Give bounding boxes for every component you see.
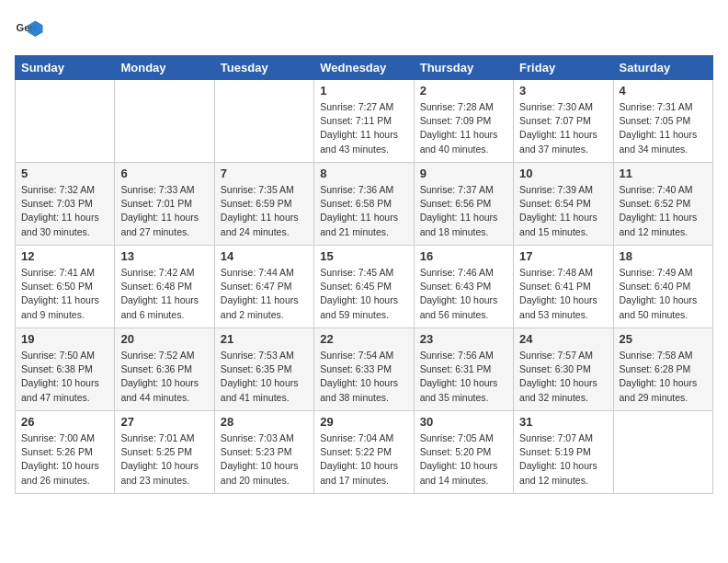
weekday-header-sunday: Sunday	[16, 56, 115, 80]
day-info: Sunrise: 7:53 AM Sunset: 6:35 PM Dayligh…	[221, 349, 308, 405]
calendar-cell: 30Sunrise: 7:05 AM Sunset: 5:20 PM Dayli…	[414, 411, 513, 494]
calendar-cell: 27Sunrise: 7:01 AM Sunset: 5:25 PM Dayli…	[115, 411, 214, 494]
calendar-cell: 18Sunrise: 7:49 AM Sunset: 6:40 PM Dayli…	[613, 246, 712, 328]
day-info: Sunrise: 7:07 AM Sunset: 5:19 PM Dayligh…	[519, 431, 607, 488]
calendar-cell: 29Sunrise: 7:04 AM Sunset: 5:22 PM Dayli…	[314, 411, 414, 494]
day-info: Sunrise: 7:49 AM Sunset: 6:40 PM Dayligh…	[620, 266, 707, 322]
calendar-cell: 26Sunrise: 7:00 AM Sunset: 5:26 PM Dayli…	[16, 411, 115, 494]
day-info: Sunrise: 7:50 AM Sunset: 6:38 PM Dayligh…	[21, 349, 108, 405]
weekday-header-saturday: Saturday	[613, 56, 712, 80]
day-info: Sunrise: 7:46 AM Sunset: 6:43 PM Dayligh…	[420, 266, 507, 322]
day-number: 1	[320, 84, 407, 98]
page-header: Gen	[15, 15, 713, 44]
day-number: 27	[120, 415, 208, 429]
calendar-cell: 16Sunrise: 7:46 AM Sunset: 6:43 PM Dayli…	[414, 246, 513, 328]
week-row-4: 19Sunrise: 7:50 AM Sunset: 6:38 PM Dayli…	[16, 328, 713, 411]
day-number: 10	[519, 167, 607, 180]
day-number: 24	[519, 332, 607, 346]
day-number: 20	[120, 332, 208, 346]
day-info: Sunrise: 7:40 AM Sunset: 6:52 PM Dayligh…	[620, 183, 707, 239]
day-info: Sunrise: 7:03 AM Sunset: 5:23 PM Dayligh…	[221, 431, 308, 488]
calendar-cell: 25Sunrise: 7:58 AM Sunset: 6:28 PM Dayli…	[613, 328, 712, 411]
calendar-cell: 24Sunrise: 7:57 AM Sunset: 6:30 PM Dayli…	[514, 328, 613, 411]
day-info: Sunrise: 7:35 AM Sunset: 6:59 PM Dayligh…	[221, 183, 308, 239]
logo-icon: Gen	[15, 15, 44, 44]
day-number: 16	[420, 249, 507, 263]
calendar-cell: 2Sunrise: 7:28 AM Sunset: 7:09 PM Daylig…	[414, 80, 513, 163]
weekday-header-row: SundayMondayTuesdayWednesdayThursdayFrid…	[16, 56, 713, 80]
day-info: Sunrise: 7:28 AM Sunset: 7:09 PM Dayligh…	[420, 100, 507, 156]
day-number: 4	[620, 84, 707, 98]
day-info: Sunrise: 7:45 AM Sunset: 6:45 PM Dayligh…	[320, 266, 407, 322]
day-number: 21	[221, 332, 308, 346]
calendar-cell	[613, 411, 712, 494]
day-info: Sunrise: 7:00 AM Sunset: 5:26 PM Dayligh…	[21, 431, 108, 488]
calendar-cell: 21Sunrise: 7:53 AM Sunset: 6:35 PM Dayli…	[214, 328, 313, 411]
day-number: 19	[21, 332, 108, 346]
calendar-cell: 5Sunrise: 7:32 AM Sunset: 7:03 PM Daylig…	[16, 163, 115, 246]
calendar-cell: 14Sunrise: 7:44 AM Sunset: 6:47 PM Dayli…	[214, 246, 313, 328]
day-info: Sunrise: 7:27 AM Sunset: 7:11 PM Dayligh…	[320, 100, 407, 156]
day-number: 23	[420, 332, 507, 346]
weekday-header-tuesday: Tuesday	[214, 56, 313, 80]
day-info: Sunrise: 7:42 AM Sunset: 6:48 PM Dayligh…	[120, 266, 208, 322]
calendar-cell	[115, 80, 214, 163]
day-number: 9	[420, 167, 507, 180]
day-info: Sunrise: 7:57 AM Sunset: 6:30 PM Dayligh…	[519, 349, 607, 405]
calendar-cell: 6Sunrise: 7:33 AM Sunset: 7:01 PM Daylig…	[115, 163, 214, 246]
day-info: Sunrise: 7:44 AM Sunset: 6:47 PM Dayligh…	[221, 266, 308, 322]
day-number: 3	[519, 84, 607, 98]
day-info: Sunrise: 7:56 AM Sunset: 6:31 PM Dayligh…	[420, 349, 507, 405]
calendar-cell: 20Sunrise: 7:52 AM Sunset: 6:36 PM Dayli…	[115, 328, 214, 411]
calendar-cell: 4Sunrise: 7:31 AM Sunset: 7:05 PM Daylig…	[613, 80, 712, 163]
calendar-cell: 1Sunrise: 7:27 AM Sunset: 7:11 PM Daylig…	[314, 80, 414, 163]
day-number: 28	[221, 415, 308, 429]
day-info: Sunrise: 7:37 AM Sunset: 6:56 PM Dayligh…	[420, 183, 507, 239]
calendar-cell: 22Sunrise: 7:54 AM Sunset: 6:33 PM Dayli…	[314, 328, 414, 411]
day-number: 12	[21, 249, 108, 263]
calendar-cell: 12Sunrise: 7:41 AM Sunset: 6:50 PM Dayli…	[16, 246, 115, 328]
calendar-cell: 23Sunrise: 7:56 AM Sunset: 6:31 PM Dayli…	[414, 328, 513, 411]
calendar-table: SundayMondayTuesdayWednesdayThursdayFrid…	[15, 55, 713, 494]
calendar-cell: 8Sunrise: 7:36 AM Sunset: 6:58 PM Daylig…	[314, 163, 414, 246]
day-info: Sunrise: 7:52 AM Sunset: 6:36 PM Dayligh…	[120, 349, 208, 405]
day-info: Sunrise: 7:33 AM Sunset: 7:01 PM Dayligh…	[120, 183, 208, 239]
day-number: 18	[620, 249, 707, 263]
day-info: Sunrise: 7:04 AM Sunset: 5:22 PM Dayligh…	[320, 431, 407, 488]
calendar-cell: 19Sunrise: 7:50 AM Sunset: 6:38 PM Dayli…	[16, 328, 115, 411]
calendar-cell: 11Sunrise: 7:40 AM Sunset: 6:52 PM Dayli…	[613, 163, 712, 246]
day-number: 11	[620, 167, 707, 180]
day-info: Sunrise: 7:54 AM Sunset: 6:33 PM Dayligh…	[320, 349, 407, 405]
day-number: 6	[120, 167, 208, 180]
calendar-cell: 3Sunrise: 7:30 AM Sunset: 7:07 PM Daylig…	[514, 80, 613, 163]
day-info: Sunrise: 7:05 AM Sunset: 5:20 PM Dayligh…	[420, 431, 507, 488]
day-number: 22	[320, 332, 407, 346]
day-number: 17	[519, 249, 607, 263]
calendar-cell	[214, 80, 313, 163]
week-row-3: 12Sunrise: 7:41 AM Sunset: 6:50 PM Dayli…	[16, 246, 713, 328]
day-number: 30	[420, 415, 507, 429]
day-number: 7	[221, 167, 308, 180]
calendar-cell: 17Sunrise: 7:48 AM Sunset: 6:41 PM Dayli…	[514, 246, 613, 328]
day-number: 15	[320, 249, 407, 263]
day-number: 25	[620, 332, 707, 346]
week-row-5: 26Sunrise: 7:00 AM Sunset: 5:26 PM Dayli…	[16, 411, 713, 494]
day-number: 14	[221, 249, 308, 263]
day-number: 13	[120, 249, 208, 263]
day-number: 29	[320, 415, 407, 429]
day-info: Sunrise: 7:39 AM Sunset: 6:54 PM Dayligh…	[519, 183, 607, 239]
calendar-cell: 15Sunrise: 7:45 AM Sunset: 6:45 PM Dayli…	[314, 246, 414, 328]
calendar-cell: 9Sunrise: 7:37 AM Sunset: 6:56 PM Daylig…	[414, 163, 513, 246]
logo: Gen	[15, 15, 48, 44]
day-info: Sunrise: 7:31 AM Sunset: 7:05 PM Dayligh…	[620, 100, 707, 156]
day-info: Sunrise: 7:48 AM Sunset: 6:41 PM Dayligh…	[519, 266, 607, 322]
calendar-cell: 13Sunrise: 7:42 AM Sunset: 6:48 PM Dayli…	[115, 246, 214, 328]
weekday-header-monday: Monday	[115, 56, 214, 80]
calendar-cell: 31Sunrise: 7:07 AM Sunset: 5:19 PM Dayli…	[514, 411, 613, 494]
day-number: 8	[320, 167, 407, 180]
day-number: 5	[21, 167, 108, 180]
calendar-cell: 7Sunrise: 7:35 AM Sunset: 6:59 PM Daylig…	[214, 163, 313, 246]
weekday-header-thursday: Thursday	[414, 56, 513, 80]
calendar-cell: 10Sunrise: 7:39 AM Sunset: 6:54 PM Dayli…	[514, 163, 613, 246]
week-row-1: 1Sunrise: 7:27 AM Sunset: 7:11 PM Daylig…	[16, 80, 713, 163]
